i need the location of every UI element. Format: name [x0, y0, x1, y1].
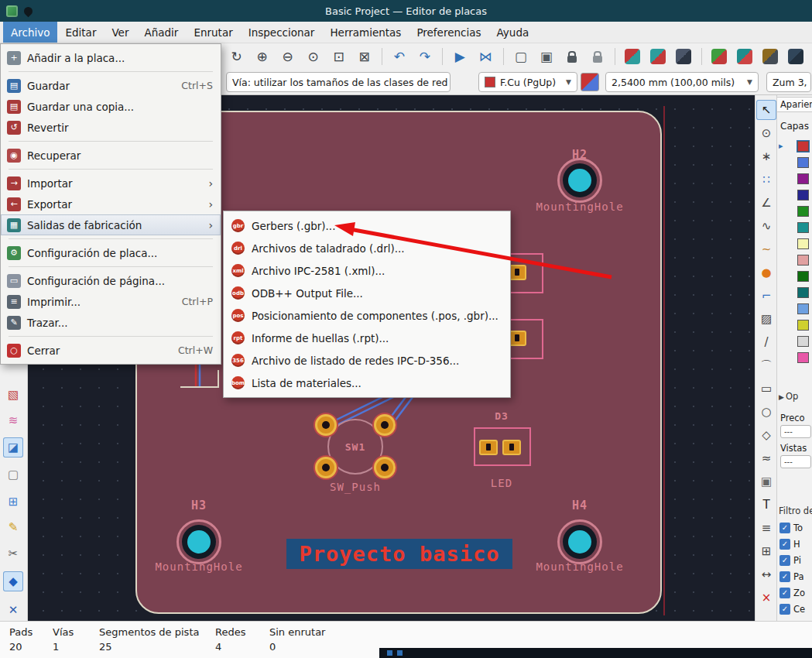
- file-menu-item-salidas-de-fabricaci-n[interactable]: ▦Salidas de fabricación›: [1, 214, 221, 235]
- file-menu-item-imprimir[interactable]: ≡Imprimir...Ctrl+P: [1, 291, 221, 312]
- preferences-tool-icon[interactable]: ✕: [3, 600, 23, 620]
- arc-tool-icon[interactable]: ⌒: [756, 355, 776, 375]
- submenu-item-posicionamiento-de-componentes-pos-gbr[interactable]: posPosicionamiento de componentes (.pos,…: [224, 304, 510, 327]
- dimension-tool-icon[interactable]: ↔: [756, 564, 776, 584]
- layer-row[interactable]: [777, 350, 812, 366]
- menu-herramientas[interactable]: Herramientas: [322, 22, 409, 43]
- board-title-text[interactable]: Proyecto basico: [286, 539, 512, 569]
- route-diff-pair-tool-icon[interactable]: ∿: [756, 216, 776, 236]
- table-tool-icon[interactable]: ⊞: [756, 541, 776, 561]
- highlight-net-tool-icon[interactable]: ⊙: [756, 123, 776, 143]
- file-menu-item-exportar[interactable]: ←Exportar›: [1, 194, 221, 214]
- via-size-select[interactable]: Vía: utilizar los tamaños de las clases …: [226, 72, 451, 92]
- polygon-tool-icon[interactable]: ◇: [756, 425, 776, 445]
- grid-points-tool-icon[interactable]: ∷: [756, 170, 776, 190]
- checkbox-icon[interactable]: ✓: [779, 571, 790, 582]
- checkbox-icon[interactable]: ✓: [779, 539, 790, 550]
- via-tool-icon[interactable]: ●: [756, 262, 776, 283]
- submenu-item-informe-de-huellas-rpt[interactable]: rptInforme de huellas (.rpt)...: [224, 327, 510, 349]
- flip-view-icon[interactable]: ◆: [3, 571, 23, 591]
- layer-row[interactable]: [777, 204, 812, 220]
- file-menu-item-cerrar[interactable]: ○CerrarCtrl+W: [1, 340, 221, 361]
- menu-archivo[interactable]: Archivo: [3, 22, 57, 43]
- layer-row[interactable]: [777, 187, 812, 204]
- zone-tool-icon[interactable]: ▨: [756, 309, 776, 329]
- layer-row[interactable]: [777, 269, 812, 285]
- file-menu-item-guardar-una-copia[interactable]: ▤Guardar una copia...: [1, 96, 221, 117]
- route-track-tool-icon[interactable]: ∠: [756, 193, 776, 213]
- zoom-fit-icon[interactable]: ⊙: [303, 46, 324, 67]
- submenu-item-odb-output-file[interactable]: odbODB++ Output File...: [224, 282, 510, 304]
- layer-row[interactable]: ▸: [777, 139, 812, 155]
- library-check-icon[interactable]: [648, 46, 669, 67]
- layer-select[interactable]: F.Cu (PgUp)▼: [478, 72, 577, 92]
- select-tool-icon[interactable]: ↖: [756, 100, 776, 120]
- submenu-item-gerbers-gbr[interactable]: gbrGerbers (.gbr)...: [224, 214, 510, 237]
- delete-tool-icon[interactable]: ×: [756, 588, 776, 608]
- appearance-manager-icon[interactable]: [785, 46, 806, 67]
- filter-ce[interactable]: ✓Ce: [777, 601, 812, 617]
- titlebar[interactable]: Basic Project — Editor de placas: [0, 0, 812, 22]
- layer-pair-swatch-button[interactable]: [581, 73, 599, 91]
- footprint-editor-icon[interactable]: [673, 46, 694, 67]
- update-pcb-icon[interactable]: [759, 46, 780, 67]
- menu-a-adir[interactable]: Añadir: [136, 22, 186, 43]
- views-select[interactable]: ---: [780, 455, 811, 468]
- redo-icon[interactable]: ↷: [414, 46, 435, 67]
- file-menu-item-revertir[interactable]: ↺Revertir: [1, 117, 221, 138]
- file-menu-item-recuperar[interactable]: ◉Recuperar: [1, 145, 221, 166]
- zoom-to-objects-icon[interactable]: ⊡: [328, 46, 349, 67]
- filter-zo[interactable]: ✓Zo: [777, 584, 812, 601]
- lock-icon[interactable]: [561, 46, 582, 67]
- ratsnest-icon[interactable]: ≋: [3, 410, 23, 430]
- menu-inspeccionar[interactable]: Inspeccionar: [241, 22, 323, 43]
- menu-ayuda[interactable]: Ayuda: [489, 22, 537, 43]
- layer-row[interactable]: [777, 301, 812, 317]
- layer-row[interactable]: [777, 285, 812, 301]
- file-menu-item-importar[interactable]: →Importar›: [1, 173, 221, 194]
- layer-row[interactable]: [777, 252, 812, 269]
- line-tool-icon[interactable]: /: [756, 332, 776, 352]
- zoom-in-icon[interactable]: ⊕: [252, 46, 272, 67]
- snap-corner-tool-icon[interactable]: ⌐: [756, 286, 776, 306]
- submenu-item-archivo-de-listado-de-redes-ipc-d-356[interactable]: 356Archivo de listado de redes IPC-D-356…: [224, 349, 510, 372]
- menu-enrutar[interactable]: Enrutar: [186, 22, 240, 43]
- grid-select[interactable]: 2,5400 mm (100,00 mils)▼: [605, 72, 759, 92]
- layer-row[interactable]: [777, 220, 812, 236]
- menu-editar[interactable]: Editar: [57, 22, 104, 43]
- image-tool-icon[interactable]: ▣: [756, 471, 776, 492]
- group-icon[interactable]: ▢: [510, 46, 531, 67]
- ungroup-icon[interactable]: ▣: [536, 46, 557, 67]
- plugins-icon[interactable]: [708, 46, 729, 67]
- layer-row[interactable]: [777, 317, 812, 334]
- drawing-sheet-icon[interactable]: ✎: [3, 517, 23, 537]
- zoom-select[interactable]: Zum 3,: [766, 72, 811, 92]
- layer-row[interactable]: [777, 334, 812, 350]
- file-menu-item-trazar[interactable]: ✎Trazar...: [1, 312, 221, 333]
- file-menu-item-configuraci-n-de-p-gina[interactable]: ▭Configuración de página...: [1, 270, 221, 291]
- text-tool-icon[interactable]: T: [756, 495, 776, 515]
- local-ratsnest-tool-icon[interactable]: ∗: [756, 146, 776, 166]
- grid-override-icon[interactable]: ⊞: [3, 492, 23, 512]
- file-menu-item-guardar[interactable]: ▤GuardarCtrl+S: [1, 75, 221, 96]
- submenu-item-archivos-de-taladrado-drl[interactable]: drlArchivos de taladrado (.drl)...: [224, 237, 510, 259]
- zoom-to-selection-icon[interactable]: ⊠: [354, 46, 375, 67]
- tab-appearance[interactable]: Aparien: [777, 97, 812, 112]
- drc-check-icon[interactable]: [734, 46, 755, 67]
- board-setup-icon[interactable]: [622, 46, 643, 67]
- checkbox-icon[interactable]: ✓: [779, 588, 790, 598]
- cross-probe-icon[interactable]: ✂: [3, 543, 23, 564]
- checkbox-icon[interactable]: ✓: [779, 604, 790, 615]
- sketch-mode-icon[interactable]: ▢: [3, 464, 23, 485]
- file-menu-item-configuraci-n-de-placa[interactable]: ⚙Configuración de placa...: [1, 242, 221, 263]
- filter-pi[interactable]: ✓Pi: [777, 552, 812, 568]
- inactive-layer-view-icon[interactable]: ◪: [3, 437, 23, 458]
- layer-row[interactable]: [777, 236, 812, 252]
- submenu-item-lista-de-materiales[interactable]: bomLista de materiales...: [224, 372, 510, 394]
- flip-board-view-icon[interactable]: ⋈: [475, 46, 496, 67]
- bezier-tool-icon[interactable]: ≈: [756, 448, 776, 468]
- filter-to[interactable]: ✓To: [777, 519, 812, 536]
- zoom-out-icon[interactable]: ⊖: [277, 46, 298, 67]
- layer-row[interactable]: [777, 155, 812, 171]
- unlock-icon[interactable]: [587, 46, 608, 67]
